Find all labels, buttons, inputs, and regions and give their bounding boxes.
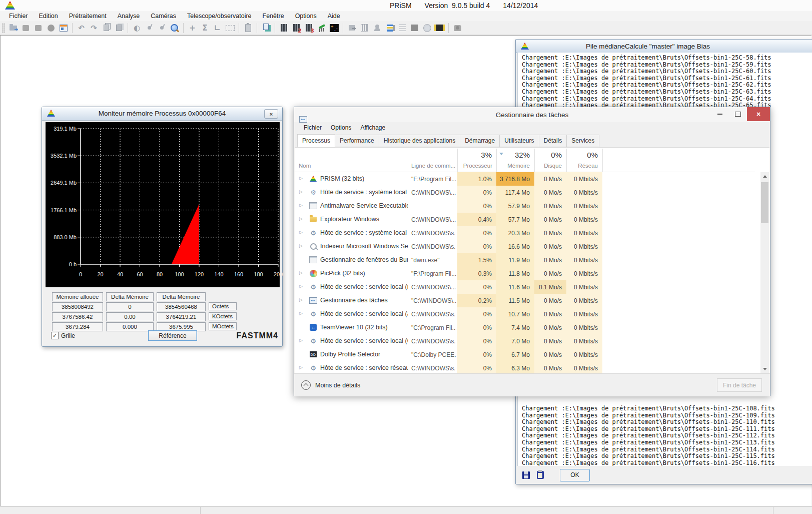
column-header-name[interactable]: Nom (299, 163, 311, 169)
table-row[interactable]: 0%6.7 Mo0 Mo/s0 Mbits/sDDDolby Profile S… (295, 348, 755, 361)
contrast-icon[interactable]: ◐ (131, 22, 143, 34)
expand-icon[interactable]: ▷ (299, 176, 303, 181)
save-log-icon[interactable] (522, 471, 530, 479)
star-map-icon[interactable] (328, 22, 340, 34)
save-as-icon[interactable] (32, 22, 45, 34)
close-icon[interactable]: × (264, 109, 278, 119)
tab-performance[interactable]: Performance (335, 135, 379, 147)
taskman-menu-options[interactable]: Options (327, 123, 355, 132)
table-row[interactable]: 0.4%57.7 Mo0 Mo/s0 Mbits/s▷Explorateur W… (295, 213, 755, 226)
window-manager-icon[interactable] (57, 22, 70, 34)
table-row[interactable]: 0%57.9 Mo0 Mo/s0 Mbits/s▷Antimalware Ser… (295, 199, 755, 213)
table-row[interactable]: 0.3%11.8 Mo0 Mo/s0 Mbits/s▷PicPick (32 b… (295, 267, 755, 280)
expand-icon[interactable]: ▷ (299, 216, 303, 221)
close-icon[interactable]: × (747, 107, 770, 121)
checkbox-check-icon[interactable]: ✓ (51, 332, 59, 339)
menu-edition[interactable]: Edition (34, 12, 63, 21)
expand-icon[interactable]: ▷ (299, 243, 303, 248)
table-row[interactable]: 1.0%3 716.8 Mo0 Mo/s0 Mbits/s▷PRISM (32 … (295, 172, 755, 186)
table-row[interactable]: 0%7.0 Mo0 Mo/s0 Mbits/s▷⚙Hôte de service… (295, 334, 755, 348)
film-icon[interactable] (433, 22, 446, 34)
menu-analyse[interactable]: Analyse (113, 12, 145, 21)
crosshair-icon[interactable]: + (186, 22, 199, 34)
scroll-up-icon[interactable] (760, 172, 769, 181)
tab-services[interactable]: Services (566, 135, 599, 147)
task-manager-window[interactable]: Gestionnaire des tâches × FichierOptions… (294, 107, 770, 396)
globe-icon[interactable] (421, 22, 433, 34)
copy-log-icon[interactable] (537, 471, 544, 479)
column-header-disk[interactable]: Disque (539, 163, 562, 169)
undo-icon[interactable]: ↶ (75, 22, 88, 34)
tab-processus[interactable]: Processus (297, 134, 335, 147)
info-icon[interactable] (45, 22, 57, 34)
export-disk-icon[interactable] (346, 22, 358, 34)
sum-icon[interactable]: Σ (199, 22, 211, 34)
expand-icon[interactable]: ▷ (299, 203, 303, 208)
table-row[interactable]: 0%20.3 Mo0 Mo/s0 Mbits/s▷⚙Hôte de servic… (295, 226, 755, 240)
toolbar-grip[interactable] (2, 23, 5, 33)
user-edit-icon[interactable] (371, 22, 383, 34)
redo-icon[interactable]: ↷ (88, 22, 100, 34)
table-row[interactable]: 0.2%11.5 Mo0 Mo/s0 Mbits/s▷Gestionnaire … (295, 294, 755, 307)
list-icon[interactable] (383, 22, 396, 34)
copy-icon[interactable] (100, 22, 113, 34)
table-row[interactable]: 0%11.6 Mo0.1 Mo/s0 Mbits/s▷⚙Hôte de serv… (295, 280, 755, 294)
probe-2-icon[interactable] (156, 22, 168, 34)
expand-icon[interactable]: ▷ (299, 338, 303, 343)
minimize-icon[interactable] (711, 107, 729, 121)
camera-icon[interactable] (451, 22, 464, 34)
dark-square-icon[interactable] (408, 22, 421, 34)
expand-icon[interactable]: ▷ (299, 284, 303, 289)
table-row[interactable]: 0%10.7 Mo0 Mo/s0 Mbits/s▷⚙Hôte de servic… (295, 307, 755, 321)
ok-button[interactable]: OK (560, 469, 590, 481)
menu-aide[interactable]: Aide (323, 12, 345, 21)
expand-icon[interactable]: ▷ (299, 365, 303, 370)
scrollbar[interactable] (760, 172, 769, 373)
menu-telescope-observatoire[interactable]: Telescope/observatoire (182, 12, 257, 21)
zoom-globe-icon[interactable] (168, 22, 181, 34)
plot-axes-icon[interactable]: ∟ (211, 22, 224, 34)
expand-icon[interactable]: ▷ (299, 189, 303, 194)
column-header-mem[interactable]: Mémoire (501, 163, 530, 169)
menu-cameras[interactable]: Caméras (146, 12, 181, 21)
task-manager-titlebar[interactable]: Gestionnaire des tâches × (294, 107, 770, 122)
expand-icon[interactable]: ▷ (299, 297, 303, 302)
scroll-down-icon[interactable] (760, 365, 769, 373)
bars-3-icon[interactable]: 3 (303, 22, 315, 34)
tab-historique-des-applications[interactable]: Historique des applications (379, 135, 460, 147)
log-window-titlebar[interactable]: Pile médianeCalcule "master" image Bias (516, 40, 812, 53)
taskman-menu-fichier[interactable]: Fichier (300, 123, 325, 132)
paste-icon[interactable] (113, 22, 125, 34)
histogram-icon[interactable] (358, 22, 371, 34)
less-details-toggle[interactable]: Moins de détails (301, 380, 360, 390)
table-row[interactable]: 0%6.3 Mo0 Mo/s0 Mbits/s▷⚙Hôte de service… (295, 361, 755, 373)
expand-icon[interactable]: ▷ (299, 311, 303, 316)
menu-fichier[interactable]: Fichier (4, 12, 33, 21)
telescope-icon[interactable] (315, 22, 328, 34)
scrollbar-thumb[interactable] (761, 182, 768, 223)
table-row[interactable]: 0%16.6 Mo0 Mo/s0 Mbits/s▷Indexeur Micros… (295, 240, 755, 253)
menu-pretraitement[interactable]: Prétraitement (64, 12, 112, 21)
column-header-cpu[interactable]: Processeur (462, 163, 492, 169)
menu-fenetre[interactable]: Fenêtre (258, 12, 289, 21)
tab-details[interactable]: Détails (539, 135, 567, 147)
probe-icon[interactable] (143, 22, 156, 34)
memory-window-titlebar[interactable]: Moniteur mémoire Processus 0x00000F64 × (42, 107, 282, 121)
end-task-button[interactable]: Fin de tâche (717, 378, 762, 392)
table-row[interactable]: 0%7.4 Mo0 Mo/s0 Mbits/s↔TeamViewer 10 (3… (295, 321, 755, 334)
grid-icon[interactable] (396, 22, 408, 34)
column-header-net[interactable]: Réseau (571, 163, 598, 169)
tab-demarrage[interactable]: Démarrage (460, 135, 500, 147)
battery-icon[interactable] (242, 22, 254, 34)
maximize-icon[interactable] (729, 107, 747, 121)
bars-2-icon[interactable]: 2 (290, 22, 303, 34)
color-swap-icon[interactable] (260, 22, 272, 34)
menu-options[interactable]: Options (290, 12, 322, 21)
selection-icon[interactable] (224, 22, 236, 34)
reference-button[interactable]: Référence (148, 330, 197, 341)
save-icon[interactable] (20, 22, 32, 34)
bars-icon[interactable] (278, 22, 290, 34)
grid-checkbox[interactable]: ✓ Grille (51, 332, 75, 339)
taskman-menu-affichage[interactable]: Affichage (357, 123, 389, 132)
table-row[interactable]: 1.5%11.9 Mo0 Mo/s0 Mbits/sGestionnaire d… (295, 253, 755, 267)
